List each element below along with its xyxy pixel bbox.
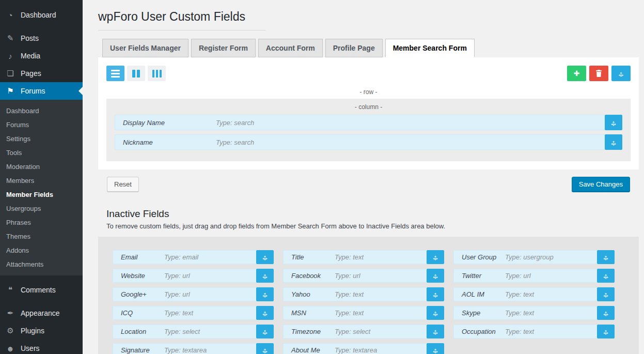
inactive-field-bar[interactable]: Facebook Type: url ↔↕ xyxy=(283,269,444,283)
drag-field-button[interactable]: ↔↕ xyxy=(597,269,615,283)
sidebar-subitem[interactable]: Tools xyxy=(0,146,83,160)
tab[interactable]: User Fields Manager xyxy=(102,39,189,57)
drag-field-button[interactable]: ↔↕ xyxy=(597,325,615,338)
sidebar-subitem[interactable]: Member Fields xyxy=(0,188,83,202)
menu-icon: ❏ xyxy=(4,69,17,78)
move-icon: ↔↕ xyxy=(431,290,440,299)
drag-field-button[interactable]: ↔↕ xyxy=(427,343,444,354)
actions-row: Reset Save Changes xyxy=(107,177,630,192)
three-column-layout-button[interactable] xyxy=(148,66,166,81)
field-bar[interactable]: Display Name Type: search ↔↕ xyxy=(115,115,622,130)
drag-field-button[interactable]: ↔↕ xyxy=(256,343,274,354)
field-type: Type: text xyxy=(505,290,534,298)
inactive-field-bar[interactable]: About Me Type: textarea ↔↕ xyxy=(283,343,444,354)
move-icon: ↔↕ xyxy=(617,69,625,78)
move-icon: ↔↕ xyxy=(602,309,610,317)
builder-toolbar: ✚ ↔↕ xyxy=(106,66,631,81)
tab[interactable]: Profile Page xyxy=(325,39,383,57)
sidebar-item[interactable]: ✒ Appearance xyxy=(0,304,83,322)
inactive-field-bar[interactable]: Title Type: text ↔↕ xyxy=(283,250,444,264)
sidebar-subitem[interactable]: Settings xyxy=(0,132,83,146)
sidebar-subitem[interactable]: Dashboard xyxy=(0,104,83,118)
sidebar-subitem[interactable]: Moderation xyxy=(0,160,83,174)
three-column-icon xyxy=(152,70,162,78)
sidebar-item[interactable]: ⚑ Forums xyxy=(0,82,83,100)
inactive-field-bar[interactable]: MSN Type: text ↔↕ xyxy=(283,306,444,320)
two-column-layout-button[interactable] xyxy=(127,66,145,81)
move-icon: ↔↕ xyxy=(602,290,610,299)
drag-field-button[interactable]: ↔↕ xyxy=(597,306,615,320)
drag-field-button[interactable]: ↔↕ xyxy=(256,250,274,264)
drag-field-button[interactable]: ↔↕ xyxy=(256,269,274,283)
add-row-button[interactable]: ✚ xyxy=(567,66,586,81)
sidebar-subitem[interactable]: Phrases xyxy=(0,216,83,229)
sidebar-item[interactable]: ❏ Pages xyxy=(0,65,83,82)
drag-field-button[interactable]: ↔↕ xyxy=(256,306,274,320)
move-icon: ↔↕ xyxy=(261,253,270,261)
inactive-field-bar[interactable]: ICQ Type: text ↔↕ xyxy=(113,306,274,320)
inactive-field-bar[interactable]: Google+ Type: url ↔↕ xyxy=(113,287,274,301)
drag-field-button[interactable]: ↔↕ xyxy=(427,325,444,338)
inactive-field-bar[interactable]: Timezone Type: select ↔↕ xyxy=(283,325,444,338)
move-icon: ↔↕ xyxy=(602,327,610,336)
sidebar-item[interactable]: ☻ Users xyxy=(0,340,83,354)
inactive-field-bar[interactable]: Yahoo Type: text ↔↕ xyxy=(283,287,444,301)
sidebar-item[interactable]: ⚙ Plugins xyxy=(0,322,83,340)
reset-button[interactable]: Reset xyxy=(107,177,139,192)
inactive-field-bar[interactable]: Twitter Type: url ↔↕ xyxy=(453,269,615,283)
field-type: Type: email xyxy=(164,253,198,261)
field-type: Type: url xyxy=(164,272,190,280)
move-icon: ↔↕ xyxy=(261,327,270,336)
sidebar-item[interactable]: ◔ Dashboard xyxy=(0,6,83,24)
inactive-field-bar[interactable]: AOL IM Type: text ↔↕ xyxy=(453,287,615,301)
field-name: Facebook xyxy=(291,272,335,280)
inactive-field-bar[interactable]: Location Type: select ↔↕ xyxy=(113,325,274,338)
drag-field-button[interactable]: ↔↕ xyxy=(597,287,615,301)
inactive-field-bar[interactable]: Website Type: url ↔↕ xyxy=(113,269,274,283)
sidebar-item[interactable]: ♪ Media xyxy=(0,47,83,65)
sidebar-subitem[interactable]: Themes xyxy=(0,229,83,243)
menu-icon: ☻ xyxy=(4,344,17,353)
sidebar-subitem[interactable]: Attachments xyxy=(0,257,83,271)
sidebar-item[interactable]: ✎ Posts xyxy=(0,29,83,47)
tab[interactable]: Account Form xyxy=(258,39,323,57)
sidebar-subitem[interactable]: Members xyxy=(0,174,83,188)
drag-field-button[interactable]: ↔↕ xyxy=(427,250,444,264)
inactive-field-bar[interactable]: User Group Type: usergroup ↔↕ xyxy=(453,250,615,264)
drag-field-button[interactable]: ↔↕ xyxy=(597,250,615,264)
sidebar-item[interactable]: ❝ Comments xyxy=(0,281,83,299)
trash-icon xyxy=(595,70,602,77)
move-row-button[interactable]: ↔↕ xyxy=(611,66,631,81)
inactive-field-bar[interactable]: Skype Type: text ↔↕ xyxy=(453,306,615,320)
save-changes-button[interactable]: Save Changes xyxy=(572,177,630,192)
drag-field-button[interactable]: ↔↕ xyxy=(427,269,444,283)
tab[interactable]: Member Search Form xyxy=(385,39,475,57)
tab[interactable]: Register Form xyxy=(191,39,256,57)
sidebar-subitem[interactable]: Addons xyxy=(0,243,83,257)
menu-icon: ◔ xyxy=(4,11,17,20)
drag-field-button[interactable]: ↔↕ xyxy=(256,287,274,301)
drag-field-button[interactable]: ↔↕ xyxy=(605,115,622,130)
drag-field-button[interactable]: ↔↕ xyxy=(256,325,274,338)
inactive-field-bar[interactable]: Email Type: email ↔↕ xyxy=(113,250,274,264)
drag-field-button[interactable]: ↔↕ xyxy=(427,287,444,301)
delete-row-button[interactable] xyxy=(589,66,608,81)
field-name: Nickname xyxy=(123,138,216,146)
drag-field-button[interactable]: ↔↕ xyxy=(605,134,622,150)
move-icon: ↔↕ xyxy=(609,138,618,147)
sidebar-subitem[interactable]: Forums xyxy=(0,118,83,132)
one-column-layout-button[interactable] xyxy=(106,66,124,81)
drag-field-button[interactable]: ↔↕ xyxy=(427,306,444,320)
field-type: Type: text xyxy=(335,290,364,298)
field-bar[interactable]: Nickname Type: search ↔↕ xyxy=(115,134,622,150)
inactive-fields-grid: Email Type: email ↔↕ Website Type: url xyxy=(113,250,615,354)
inactive-field-bar[interactable]: Signature Type: textarea ↔↕ xyxy=(113,343,274,354)
inactive-column-2: Title Type: text ↔↕ Facebook Type: url xyxy=(283,250,444,354)
menu-label: Forums xyxy=(21,87,45,95)
field-name: Timezone xyxy=(291,328,335,335)
sidebar-subitem[interactable]: Usergroups xyxy=(0,202,83,216)
inactive-field-bar[interactable]: Occupation Type: text ↔↕ xyxy=(453,325,615,338)
field-name: Google+ xyxy=(121,290,164,298)
builder-column: Display Name Type: search ↔↕ Nickname Ty… xyxy=(115,115,622,150)
field-name: MSN xyxy=(291,309,335,317)
